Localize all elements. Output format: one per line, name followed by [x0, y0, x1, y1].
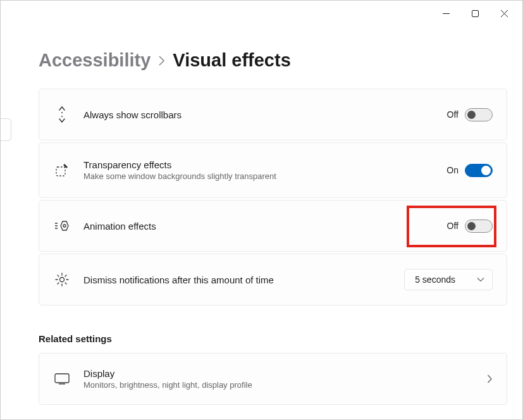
animation-icon — [53, 219, 71, 232]
setting-dismiss-notifications: Dismiss notifications after this amount … — [39, 254, 507, 306]
setting-title: Always show scrollbars — [83, 109, 447, 120]
scrollbars-toggle[interactable] — [465, 108, 493, 121]
setting-title: Transparency effects — [83, 159, 446, 170]
chevron-down-icon — [477, 277, 484, 282]
related-settings-header: Related settings — [39, 333, 507, 344]
scrollbars-icon — [53, 106, 71, 123]
maximize-button[interactable] — [460, 3, 489, 23]
side-tab[interactable] — [0, 118, 11, 141]
setting-transparency: Transparency effects Make some window ba… — [39, 142, 507, 198]
svg-point-4 — [63, 225, 66, 227]
svg-point-2 — [61, 116, 63, 117]
related-display[interactable]: Display Monitors, brightness, night ligh… — [39, 353, 507, 405]
transparency-toggle[interactable] — [465, 164, 493, 177]
brightness-icon — [53, 272, 71, 287]
setting-title: Dismiss notifications after this amount … — [83, 275, 404, 285]
toggle-state-label: On — [446, 165, 458, 175]
titlebar — [1, 1, 522, 26]
minimize-icon — [443, 10, 450, 17]
dismiss-time-select[interactable]: 5 seconds — [404, 269, 493, 290]
toggle-state-label: Off — [447, 109, 458, 120]
animation-toggle[interactable] — [465, 219, 493, 233]
close-icon — [501, 10, 508, 17]
transparency-icon — [53, 163, 71, 177]
setting-title: Animation effects — [83, 221, 447, 232]
svg-rect-3 — [56, 167, 65, 176]
svg-point-5 — [60, 278, 65, 282]
setting-animation: Animation effects Off — [39, 200, 507, 252]
setting-title: Display — [83, 368, 487, 379]
svg-rect-0 — [472, 10, 478, 16]
svg-point-1 — [61, 112, 63, 113]
setting-subtitle: Monitors, brightness, night light, displ… — [83, 380, 487, 390]
display-icon — [53, 373, 71, 385]
chevron-right-icon — [158, 55, 165, 66]
maximize-icon — [472, 10, 479, 17]
breadcrumb: Accessibility Visual effects — [39, 50, 507, 71]
toggle-state-label: Off — [447, 221, 458, 231]
setting-scrollbars: Always show scrollbars Off — [39, 89, 507, 140]
breadcrumb-parent[interactable]: Accessibility — [39, 50, 151, 71]
select-value: 5 seconds — [415, 275, 455, 285]
page-title: Visual effects — [173, 50, 290, 71]
close-button[interactable] — [489, 3, 519, 23]
minimize-button[interactable] — [431, 3, 460, 23]
svg-rect-6 — [55, 374, 69, 383]
setting-subtitle: Make some window backgrounds slightly tr… — [83, 171, 446, 181]
chevron-right-icon — [487, 374, 493, 384]
